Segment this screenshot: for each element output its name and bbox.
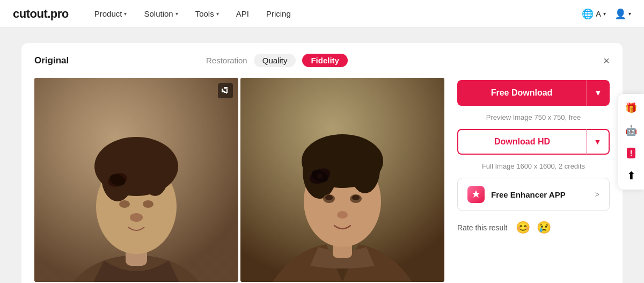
images-row: Free Download ▼ Preview Image 750 x 750,… (34, 78, 610, 282)
original-photo (34, 78, 238, 282)
main-panel: Original Restoration Quality Fidelity × (21, 43, 623, 283)
download-hd-dropdown-button[interactable]: ▼ (586, 129, 610, 155)
free-download-dropdown-button[interactable]: ▼ (586, 80, 610, 106)
preview-text: Preview Image 750 x 750, free (457, 113, 610, 121)
nav-solution[interactable]: Solution ▾ (144, 9, 178, 18)
svg-point-10 (130, 213, 143, 222)
face-icon: 🤖 (625, 125, 637, 136)
svg-point-28 (352, 195, 360, 200)
svg-point-9 (143, 200, 153, 208)
logo[interactable]: cutout.pro (13, 7, 69, 21)
nav-api[interactable]: API (236, 9, 249, 18)
tab-restoration[interactable]: Restoration (206, 56, 247, 65)
nav-pricing[interactable]: Pricing (266, 9, 291, 18)
side-floating-panel: 🎁 🤖 ! ⬆ (618, 94, 644, 190)
svg-point-24 (350, 145, 380, 193)
full-image-text: Full Image 1600 x 1600, 2 credits (457, 162, 610, 170)
language-icon: 🌐 (582, 8, 594, 20)
lang-chevron-icon: ▾ (603, 11, 606, 17)
user-chevron-icon: ▾ (628, 11, 631, 17)
navbar: cutout.pro Product ▾ Solution ▾ Tools ▾ … (0, 0, 644, 28)
enhanced-photo (240, 78, 444, 282)
svg-point-8 (119, 200, 130, 208)
svg-point-29 (337, 211, 348, 219)
rate-label: Rate this result (457, 223, 507, 232)
enhancer-app-arrow-icon: > (595, 190, 599, 199)
face-icon-button[interactable]: 🤖 (623, 122, 640, 139)
free-download-row: Free Download ▼ (457, 80, 610, 106)
tools-chevron-icon: ▾ (216, 11, 219, 17)
original-label: Original (34, 55, 120, 66)
free-download-dropdown-icon: ▼ (595, 89, 602, 97)
user-menu-button[interactable]: 👤 ▾ (614, 8, 631, 20)
enhancer-app-label: Free Enhancer APP (491, 190, 566, 199)
download-hd-button[interactable]: Download HD (457, 129, 586, 155)
enhancer-app-button[interactable]: Free Enhancer APP > (457, 178, 610, 211)
alert-icon-button[interactable]: ! (623, 144, 640, 162)
svg-point-7 (142, 153, 169, 196)
rate-row: Rate this result 😊 😢 (457, 221, 610, 235)
crop-icon[interactable] (218, 83, 233, 98)
svg-rect-16 (224, 92, 228, 93)
user-icon: 👤 (614, 8, 626, 20)
rate-icons: 😊 😢 (516, 221, 551, 235)
enhancer-app-icon (467, 186, 485, 203)
nav-right: 🌐 A ▾ 👤 ▾ (582, 8, 631, 20)
tab-quality[interactable]: Quality (254, 54, 296, 67)
svg-point-26 (325, 195, 333, 200)
nav-links: Product ▾ Solution ▾ Tools ▾ API Pricing (94, 9, 582, 18)
gift-icon: 🎁 (625, 102, 637, 114)
tab-fidelity[interactable]: Fidelity (302, 54, 348, 67)
happy-rate-button[interactable]: 😊 (516, 221, 530, 235)
language-button[interactable]: 🌐 A ▾ (582, 8, 606, 20)
close-button[interactable]: × (603, 55, 610, 66)
free-download-button[interactable]: Free Download (457, 80, 586, 106)
nav-product[interactable]: Product ▾ (94, 9, 127, 18)
solution-chevron-icon: ▾ (175, 11, 178, 17)
right-panel: Free Download ▼ Preview Image 750 x 750,… (457, 78, 610, 235)
alert-icon: ! (627, 148, 636, 158)
download-hd-dropdown-icon: ▼ (594, 137, 602, 146)
original-portrait-svg (34, 78, 238, 282)
gift-icon-button[interactable]: 🎁 (623, 99, 640, 117)
enhanced-portrait-svg (240, 78, 444, 282)
upload-icon-button[interactable]: ⬆ (623, 167, 640, 184)
svg-point-32 (317, 173, 323, 179)
nav-tools[interactable]: Tools ▾ (195, 9, 219, 18)
product-chevron-icon: ▾ (124, 11, 127, 17)
tab-group: Restoration Quality Fidelity (206, 54, 348, 67)
upload-icon: ⬆ (627, 169, 636, 182)
download-hd-row: Download HD ▼ (457, 129, 610, 155)
sad-rate-button[interactable]: 😢 (537, 221, 551, 235)
content-header: Original Restoration Quality Fidelity × (34, 54, 610, 67)
